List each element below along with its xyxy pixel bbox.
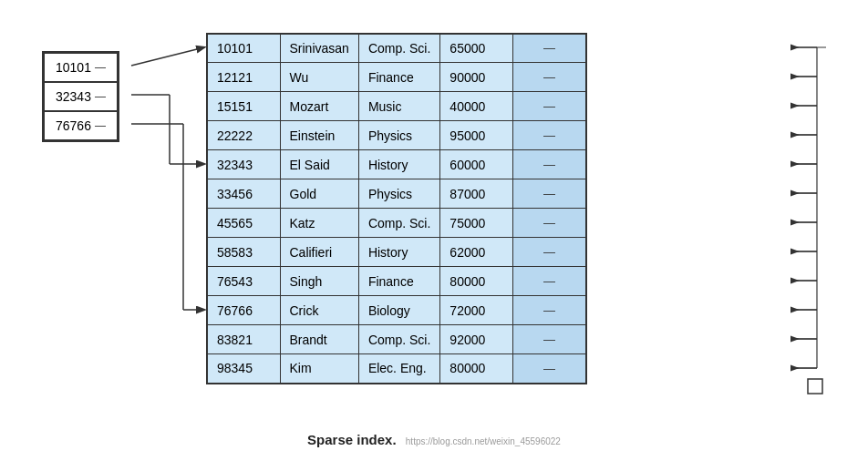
cell-col-3: 75000 — [440, 209, 513, 238]
index-value-0: 10101 — [56, 60, 91, 75]
cell-col-0: 32343 — [207, 150, 280, 179]
watermark-text: https://blog.csdn.net/weixin_45596022 — [406, 436, 561, 446]
cell-col-1: Einstein — [280, 121, 358, 150]
caption-text: Sparse index. — [307, 432, 397, 447]
index-block: 10101 — 32343 — 76766 — — [42, 51, 119, 142]
pointer-cell: — — [513, 34, 586, 63]
index-value-1: 32343 — [56, 89, 91, 104]
cell-col-2: Comp. Sci. — [358, 34, 439, 63]
table-row: 76543SinghFinance80000— — [207, 267, 586, 296]
cell-col-2: Finance — [358, 267, 439, 296]
cell-col-1: Wu — [280, 63, 358, 92]
pointer-cell: — — [513, 238, 586, 267]
cell-col-2: Biology — [358, 296, 439, 325]
cell-col-0: 58583 — [207, 238, 280, 267]
cell-col-3: 72000 — [440, 296, 513, 325]
cell-col-2: Elec. Eng. — [358, 354, 439, 384]
pointer-cell: — — [513, 209, 586, 238]
cell-col-0: 22222 — [207, 121, 280, 150]
table-row: 12121WuFinance90000— — [207, 63, 586, 92]
cell-col-2: Music — [358, 92, 439, 121]
index-cell-0: 10101 — — [44, 53, 118, 82]
svg-line-0 — [131, 47, 204, 66]
index-value-2: 76766 — [56, 118, 91, 133]
main-table: 10101SrinivasanComp. Sci.65000—12121WuFi… — [206, 33, 587, 384]
table-row: 33456GoldPhysics87000— — [207, 179, 586, 209]
cell-col-1: Katz — [280, 209, 358, 238]
cell-col-3: 80000 — [440, 354, 513, 384]
cell-col-0: 83821 — [207, 325, 280, 354]
cell-col-3: 80000 — [440, 267, 513, 296]
cell-col-3: 40000 — [440, 92, 513, 121]
cell-col-1: Gold — [280, 179, 358, 209]
cell-col-0: 45565 — [207, 209, 280, 238]
cell-col-2: History — [358, 238, 439, 267]
cell-col-1: Singh — [280, 267, 358, 296]
pointer-cell: — — [513, 92, 586, 121]
cell-col-3: 65000 — [440, 34, 513, 63]
cell-col-3: 92000 — [440, 325, 513, 354]
table-row: 10101SrinivasanComp. Sci.65000— — [207, 34, 586, 63]
caption-area: Sparse index. https://blog.csdn.net/weix… — [307, 432, 561, 447]
diagram-container: 10101 — 32343 — 76766 — 10101SrinivasanC… — [24, 24, 844, 425]
cell-col-1: Mozart — [280, 92, 358, 121]
cell-col-1: El Said — [280, 150, 358, 179]
table-row: 76766CrickBiology72000— — [207, 296, 586, 325]
table-row: 15151MozartMusic40000— — [207, 92, 586, 121]
table-row: 32343El SaidHistory60000— — [207, 150, 586, 179]
pointer-cell: — — [513, 325, 586, 354]
svg-rect-7 — [808, 379, 822, 394]
cell-col-0: 10101 — [207, 34, 280, 63]
pointer-cell: — — [513, 63, 586, 92]
cell-col-0: 98345 — [207, 354, 280, 384]
table-row: 98345KimElec. Eng.80000— — [207, 354, 586, 384]
table-row: 83821BrandtComp. Sci.92000— — [207, 325, 586, 354]
cell-col-3: 60000 — [440, 150, 513, 179]
cell-col-2: Physics — [358, 121, 439, 150]
cell-col-0: 76766 — [207, 296, 280, 325]
cell-col-2: Comp. Sci. — [358, 209, 439, 238]
cell-col-1: Califieri — [280, 238, 358, 267]
cell-col-0: 76543 — [207, 267, 280, 296]
cell-col-0: 15151 — [207, 92, 280, 121]
cell-col-1: Kim — [280, 354, 358, 384]
cell-col-2: Physics — [358, 179, 439, 209]
cell-col-0: 33456 — [207, 179, 280, 209]
cell-col-2: Finance — [358, 63, 439, 92]
cell-col-3: 90000 — [440, 63, 513, 92]
pointer-cell: — — [513, 179, 586, 209]
cell-col-3: 95000 — [440, 121, 513, 150]
pointer-cell: — — [513, 121, 586, 150]
table-row: 22222EinsteinPhysics95000— — [207, 121, 586, 150]
index-cell-1: 32343 — — [44, 82, 118, 111]
pointer-cell: — — [513, 267, 586, 296]
cell-col-3: 62000 — [440, 238, 513, 267]
cell-col-1: Srinivasan — [280, 34, 358, 63]
cell-col-3: 87000 — [440, 179, 513, 209]
index-cell-2: 76766 — — [44, 111, 118, 140]
cell-col-0: 12121 — [207, 63, 280, 92]
table-row: 45565KatzComp. Sci.75000— — [207, 209, 586, 238]
pointer-cell: — — [513, 150, 586, 179]
cell-col-1: Crick — [280, 296, 358, 325]
table-row: 58583CalifieriHistory62000— — [207, 238, 586, 267]
cell-col-1: Brandt — [280, 325, 358, 354]
pointer-cell: — — [513, 296, 586, 325]
cell-col-2: Comp. Sci. — [358, 325, 439, 354]
cell-col-2: History — [358, 150, 439, 179]
pointer-cell: — — [513, 354, 586, 384]
